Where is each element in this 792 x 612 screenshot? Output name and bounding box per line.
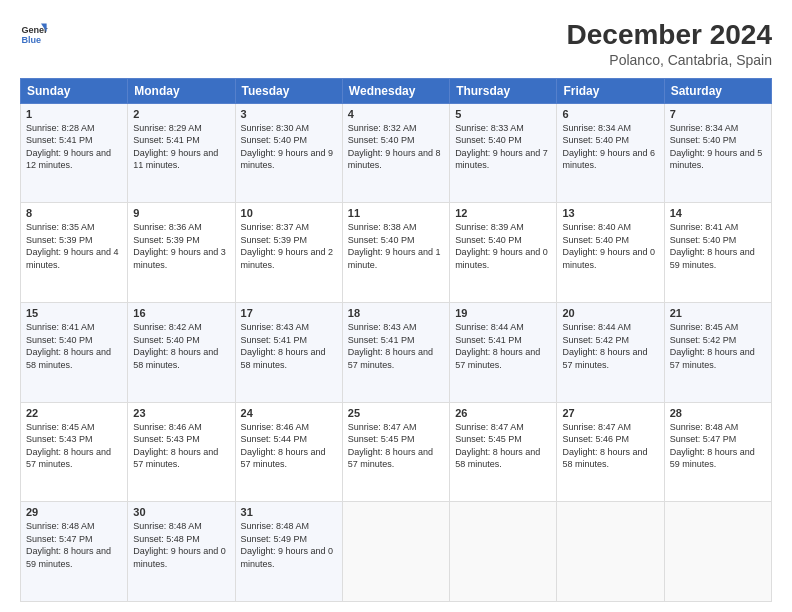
week-row-3: 15 Sunrise: 8:41 AM Sunset: 5:40 PM Dayl… [21, 302, 772, 402]
day-number: 1 [26, 108, 122, 120]
day-info: Sunrise: 8:36 AM Sunset: 5:39 PM Dayligh… [133, 221, 229, 271]
day-number: 25 [348, 407, 444, 419]
day-number: 7 [670, 108, 766, 120]
day-number: 9 [133, 207, 229, 219]
day-cell: 20 Sunrise: 8:44 AM Sunset: 5:42 PM Dayl… [557, 302, 664, 402]
day-info: Sunrise: 8:30 AM Sunset: 5:40 PM Dayligh… [241, 122, 337, 172]
col-friday: Friday [557, 78, 664, 103]
day-cell: 6 Sunrise: 8:34 AM Sunset: 5:40 PM Dayli… [557, 103, 664, 203]
header: General Blue December 2024 Polanco, Cant… [20, 18, 772, 68]
col-thursday: Thursday [450, 78, 557, 103]
day-cell: 22 Sunrise: 8:45 AM Sunset: 5:43 PM Dayl… [21, 402, 128, 502]
day-number: 26 [455, 407, 551, 419]
day-cell: 12 Sunrise: 8:39 AM Sunset: 5:40 PM Dayl… [450, 203, 557, 303]
day-number: 15 [26, 307, 122, 319]
day-number: 30 [133, 506, 229, 518]
day-info: Sunrise: 8:35 AM Sunset: 5:39 PM Dayligh… [26, 221, 122, 271]
day-number: 13 [562, 207, 658, 219]
day-info: Sunrise: 8:33 AM Sunset: 5:40 PM Dayligh… [455, 122, 551, 172]
logo-icon: General Blue [20, 18, 48, 46]
day-info: Sunrise: 8:43 AM Sunset: 5:41 PM Dayligh… [348, 321, 444, 371]
day-number: 22 [26, 407, 122, 419]
day-cell: 16 Sunrise: 8:42 AM Sunset: 5:40 PM Dayl… [128, 302, 235, 402]
day-info: Sunrise: 8:28 AM Sunset: 5:41 PM Dayligh… [26, 122, 122, 172]
day-number: 18 [348, 307, 444, 319]
day-info: Sunrise: 8:47 AM Sunset: 5:45 PM Dayligh… [455, 421, 551, 471]
day-cell: 3 Sunrise: 8:30 AM Sunset: 5:40 PM Dayli… [235, 103, 342, 203]
day-info: Sunrise: 8:48 AM Sunset: 5:47 PM Dayligh… [670, 421, 766, 471]
day-info: Sunrise: 8:45 AM Sunset: 5:42 PM Dayligh… [670, 321, 766, 371]
day-info: Sunrise: 8:34 AM Sunset: 5:40 PM Dayligh… [670, 122, 766, 172]
day-number: 19 [455, 307, 551, 319]
week-row-1: 1 Sunrise: 8:28 AM Sunset: 5:41 PM Dayli… [21, 103, 772, 203]
day-cell: 10 Sunrise: 8:37 AM Sunset: 5:39 PM Dayl… [235, 203, 342, 303]
header-row: Sunday Monday Tuesday Wednesday Thursday… [21, 78, 772, 103]
day-info: Sunrise: 8:40 AM Sunset: 5:40 PM Dayligh… [562, 221, 658, 271]
day-cell: 15 Sunrise: 8:41 AM Sunset: 5:40 PM Dayl… [21, 302, 128, 402]
page: General Blue December 2024 Polanco, Cant… [0, 0, 792, 612]
title-block: December 2024 Polanco, Cantabria, Spain [567, 18, 772, 68]
day-cell: 30 Sunrise: 8:48 AM Sunset: 5:48 PM Dayl… [128, 502, 235, 602]
day-number: 17 [241, 307, 337, 319]
day-number: 31 [241, 506, 337, 518]
day-number: 23 [133, 407, 229, 419]
day-number: 16 [133, 307, 229, 319]
calendar-table: Sunday Monday Tuesday Wednesday Thursday… [20, 78, 772, 602]
day-cell [342, 502, 449, 602]
day-info: Sunrise: 8:48 AM Sunset: 5:47 PM Dayligh… [26, 520, 122, 570]
day-info: Sunrise: 8:45 AM Sunset: 5:43 PM Dayligh… [26, 421, 122, 471]
day-info: Sunrise: 8:32 AM Sunset: 5:40 PM Dayligh… [348, 122, 444, 172]
subtitle: Polanco, Cantabria, Spain [567, 52, 772, 68]
day-number: 8 [26, 207, 122, 219]
day-number: 12 [455, 207, 551, 219]
day-number: 28 [670, 407, 766, 419]
day-info: Sunrise: 8:41 AM Sunset: 5:40 PM Dayligh… [26, 321, 122, 371]
week-row-5: 29 Sunrise: 8:48 AM Sunset: 5:47 PM Dayl… [21, 502, 772, 602]
day-info: Sunrise: 8:47 AM Sunset: 5:46 PM Dayligh… [562, 421, 658, 471]
day-number: 2 [133, 108, 229, 120]
day-cell: 29 Sunrise: 8:48 AM Sunset: 5:47 PM Dayl… [21, 502, 128, 602]
day-number: 21 [670, 307, 766, 319]
week-row-4: 22 Sunrise: 8:45 AM Sunset: 5:43 PM Dayl… [21, 402, 772, 502]
col-saturday: Saturday [664, 78, 771, 103]
day-number: 29 [26, 506, 122, 518]
col-sunday: Sunday [21, 78, 128, 103]
day-info: Sunrise: 8:48 AM Sunset: 5:48 PM Dayligh… [133, 520, 229, 570]
day-cell: 24 Sunrise: 8:46 AM Sunset: 5:44 PM Dayl… [235, 402, 342, 502]
day-cell: 28 Sunrise: 8:48 AM Sunset: 5:47 PM Dayl… [664, 402, 771, 502]
day-number: 14 [670, 207, 766, 219]
day-number: 3 [241, 108, 337, 120]
day-cell: 25 Sunrise: 8:47 AM Sunset: 5:45 PM Dayl… [342, 402, 449, 502]
day-number: 10 [241, 207, 337, 219]
col-tuesday: Tuesday [235, 78, 342, 103]
col-wednesday: Wednesday [342, 78, 449, 103]
day-number: 27 [562, 407, 658, 419]
day-cell: 8 Sunrise: 8:35 AM Sunset: 5:39 PM Dayli… [21, 203, 128, 303]
day-cell [557, 502, 664, 602]
week-row-2: 8 Sunrise: 8:35 AM Sunset: 5:39 PM Dayli… [21, 203, 772, 303]
day-cell: 4 Sunrise: 8:32 AM Sunset: 5:40 PM Dayli… [342, 103, 449, 203]
day-number: 24 [241, 407, 337, 419]
day-cell: 18 Sunrise: 8:43 AM Sunset: 5:41 PM Dayl… [342, 302, 449, 402]
day-info: Sunrise: 8:29 AM Sunset: 5:41 PM Dayligh… [133, 122, 229, 172]
day-number: 4 [348, 108, 444, 120]
day-number: 5 [455, 108, 551, 120]
day-cell: 17 Sunrise: 8:43 AM Sunset: 5:41 PM Dayl… [235, 302, 342, 402]
day-info: Sunrise: 8:44 AM Sunset: 5:42 PM Dayligh… [562, 321, 658, 371]
day-cell: 1 Sunrise: 8:28 AM Sunset: 5:41 PM Dayli… [21, 103, 128, 203]
day-cell: 11 Sunrise: 8:38 AM Sunset: 5:40 PM Dayl… [342, 203, 449, 303]
day-info: Sunrise: 8:44 AM Sunset: 5:41 PM Dayligh… [455, 321, 551, 371]
day-number: 20 [562, 307, 658, 319]
day-cell: 31 Sunrise: 8:48 AM Sunset: 5:49 PM Dayl… [235, 502, 342, 602]
day-cell: 26 Sunrise: 8:47 AM Sunset: 5:45 PM Dayl… [450, 402, 557, 502]
day-cell: 9 Sunrise: 8:36 AM Sunset: 5:39 PM Dayli… [128, 203, 235, 303]
day-cell: 14 Sunrise: 8:41 AM Sunset: 5:40 PM Dayl… [664, 203, 771, 303]
day-number: 6 [562, 108, 658, 120]
day-info: Sunrise: 8:42 AM Sunset: 5:40 PM Dayligh… [133, 321, 229, 371]
day-cell: 19 Sunrise: 8:44 AM Sunset: 5:41 PM Dayl… [450, 302, 557, 402]
logo: General Blue [20, 18, 48, 46]
day-info: Sunrise: 8:46 AM Sunset: 5:44 PM Dayligh… [241, 421, 337, 471]
day-cell: 7 Sunrise: 8:34 AM Sunset: 5:40 PM Dayli… [664, 103, 771, 203]
day-info: Sunrise: 8:46 AM Sunset: 5:43 PM Dayligh… [133, 421, 229, 471]
day-cell: 13 Sunrise: 8:40 AM Sunset: 5:40 PM Dayl… [557, 203, 664, 303]
